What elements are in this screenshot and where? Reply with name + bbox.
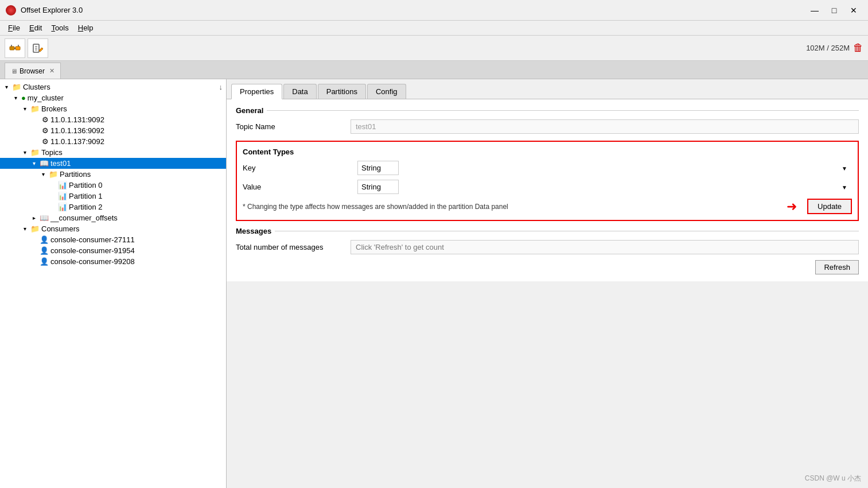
- edit-button[interactable]: [28, 38, 48, 58]
- key-row: Key String Integer Long Double ByteArray…: [243, 161, 852, 175]
- value-select[interactable]: String Integer Long Double ByteArray Avr…: [357, 180, 399, 194]
- connect-button[interactable]: [5, 38, 25, 58]
- tree-panel: ↓ ▾ 📁 Clusters ▾ ● my_cluster ▾ 📁 Broker…: [0, 79, 227, 488]
- partition0-label: Partition 0: [69, 181, 103, 189]
- partition0-icon: 📊: [58, 181, 67, 189]
- key-select[interactable]: String Integer Long Double ByteArray Avr…: [357, 161, 399, 175]
- value-row: Value String Integer Long Double ByteArr…: [243, 180, 852, 194]
- consumers-label: Consumers: [41, 224, 79, 233]
- tree-node-consumer2[interactable]: ▸ 👤 console-consumer-91954: [0, 245, 226, 256]
- expand-consumer-offsets[interactable]: ▸: [30, 214, 38, 222]
- tree-node-partitions[interactable]: ▾ 📁 Partitions: [0, 169, 226, 180]
- partitions-label: Partitions: [60, 170, 91, 179]
- tab-config[interactable]: Config: [367, 84, 406, 99]
- menu-bar: File Edit Tools Help: [0, 21, 868, 36]
- partition2-icon: 📊: [58, 203, 67, 211]
- tab-partitions[interactable]: Partitions: [318, 84, 366, 99]
- messages-section: Messages Total number of messages Refres…: [236, 227, 859, 274]
- brokers-label: Brokers: [41, 104, 67, 113]
- toolbar: 102M / 252M 🗑: [0, 36, 868, 61]
- tree-node-broker3[interactable]: ▸ ⚙ 11.0.1.137:9092: [0, 136, 226, 147]
- tab-properties[interactable]: Properties: [231, 84, 282, 99]
- total-messages-row: Total number of messages: [236, 240, 859, 254]
- value-select-wrapper: String Integer Long Double ByteArray Avr…: [357, 180, 852, 194]
- consumer-offsets-icon: 📖: [40, 214, 49, 222]
- menu-edit[interactable]: Edit: [25, 22, 46, 33]
- browser-tab[interactable]: 🖥 Browser ✕: [5, 63, 61, 79]
- content-types-section: Content Types Key String Integer Long Do…: [236, 141, 859, 221]
- close-button[interactable]: ✕: [845, 5, 862, 16]
- tree-node-brokers[interactable]: ▾ 📁 Brokers: [0, 103, 226, 114]
- tree-node-broker1[interactable]: ▸ ⚙ 11.0.1.131:9092: [0, 114, 226, 125]
- broker1-label: 11.0.1.131:9092: [50, 115, 104, 124]
- partitions-folder-icon: 📁: [49, 170, 58, 179]
- consumer1-label: console-consumer-27111: [50, 235, 135, 244]
- clear-memory-button[interactable]: 🗑: [853, 42, 863, 54]
- menu-help[interactable]: Help: [73, 22, 98, 33]
- tab-bar: 🖥 Browser ✕: [0, 61, 868, 79]
- tree-node-broker2[interactable]: ▸ ⚙ 11.0.1.136:9092: [0, 125, 226, 136]
- tab-data[interactable]: Data: [283, 84, 316, 99]
- expand-test01[interactable]: ▾: [30, 160, 38, 168]
- collapse-arrow[interactable]: ↓: [219, 83, 223, 91]
- svg-rect-1: [15, 47, 20, 50]
- tree-node-consumers[interactable]: ▾ 📁 Consumers: [0, 223, 226, 234]
- my-cluster-label: my_cluster: [28, 94, 64, 102]
- main-content: ↓ ▾ 📁 Clusters ▾ ● my_cluster ▾ 📁 Broker…: [0, 79, 868, 488]
- partition1-icon: 📊: [58, 192, 67, 200]
- update-note: * Changing the type affects how messages…: [243, 203, 783, 211]
- expand-my-cluster[interactable]: ▾: [11, 94, 20, 102]
- topic-name-row: Topic Name: [236, 119, 859, 134]
- tree-node-partition1[interactable]: ▸ 📊 Partition 1: [0, 191, 226, 202]
- total-messages-label: Total number of messages: [236, 243, 351, 251]
- consumers-folder-icon: 📁: [30, 224, 40, 233]
- messages-section-header: Messages: [236, 227, 859, 235]
- cluster-status-icon: ●: [21, 94, 26, 102]
- tree-node-partition0[interactable]: ▸ 📊 Partition 0: [0, 180, 226, 191]
- tree-node-consumer3[interactable]: ▸ 👤 console-consumer-99208: [0, 256, 226, 267]
- key-select-wrapper: String Integer Long Double ByteArray Avr…: [357, 161, 852, 175]
- minimize-button[interactable]: —: [806, 5, 823, 16]
- browser-tab-close[interactable]: ✕: [49, 67, 55, 75]
- tree-node-partition2[interactable]: ▸ 📊 Partition 2: [0, 202, 226, 212]
- consumer1-icon: 👤: [40, 235, 49, 244]
- expand-consumers[interactable]: ▾: [21, 225, 29, 233]
- expand-brokers[interactable]: ▾: [21, 105, 29, 113]
- tree-node-clusters[interactable]: ▾ 📁 Clusters: [0, 82, 226, 92]
- consumer2-label: console-consumer-91954: [50, 246, 135, 255]
- expand-clusters[interactable]: ▾: [2, 83, 10, 91]
- value-label: Value: [243, 183, 357, 191]
- total-messages-input: [351, 240, 859, 254]
- tree-node-topics[interactable]: ▾ 📁 Topics: [0, 147, 226, 158]
- key-label: Key: [243, 164, 357, 172]
- update-button[interactable]: Update: [807, 199, 852, 214]
- consumer2-icon: 👤: [40, 246, 49, 255]
- topic-name-input[interactable]: [351, 119, 859, 134]
- broker1-icon: ⚙: [42, 115, 49, 124]
- test01-icon: 📖: [40, 159, 49, 168]
- tree-node-my-cluster[interactable]: ▾ ● my_cluster: [0, 92, 226, 103]
- maximize-button[interactable]: □: [826, 5, 843, 16]
- expand-topics[interactable]: ▾: [21, 149, 29, 157]
- menu-tools[interactable]: Tools: [46, 22, 73, 33]
- browser-tab-label: Browser: [20, 67, 45, 75]
- refresh-button[interactable]: Refresh: [815, 260, 859, 274]
- update-row: * Changing the type affects how messages…: [243, 199, 852, 214]
- test01-label: test01: [50, 159, 71, 168]
- tree-node-consumer1[interactable]: ▸ 👤 console-consumer-27111: [0, 234, 226, 245]
- title-bar: Offset Explorer 3.0 — □ ✕: [0, 0, 868, 21]
- consumer-offsets-label: __consumer_offsets: [50, 214, 118, 222]
- consumer3-label: console-consumer-99208: [50, 257, 135, 266]
- topic-name-label: Topic Name: [236, 122, 351, 131]
- tree-node-consumer-offsets[interactable]: ▸ 📖 __consumer_offsets: [0, 212, 226, 223]
- tree-node-test01[interactable]: ▾ 📖 test01: [0, 158, 226, 169]
- refresh-row: Refresh: [236, 260, 859, 274]
- broker3-label: 11.0.1.137:9092: [50, 137, 104, 146]
- broker3-icon: ⚙: [42, 137, 49, 146]
- menu-file[interactable]: File: [3, 22, 25, 33]
- topics-folder-icon: 📁: [30, 148, 40, 157]
- clusters-label: Clusters: [23, 83, 50, 91]
- watermark: CSDN @W u 小杰: [805, 474, 861, 483]
- svg-rect-0: [10, 47, 14, 50]
- expand-partitions[interactable]: ▾: [39, 171, 47, 179]
